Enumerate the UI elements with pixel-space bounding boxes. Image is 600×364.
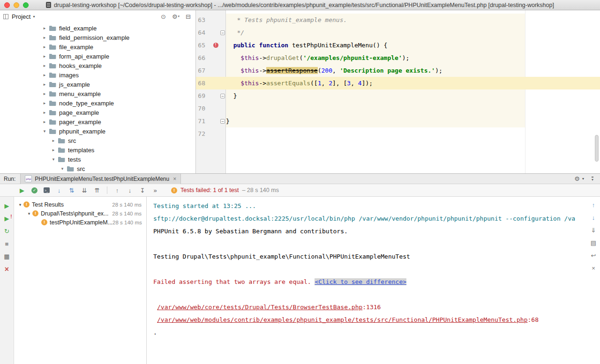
sort-by-duration-button[interactable]: ↓	[55, 187, 63, 193]
stop-button[interactable]: ■	[3, 240, 11, 248]
project-tree-item[interactable]: ▸field_permission_example	[0, 33, 195, 42]
chevron-down-icon[interactable]: ▾	[50, 157, 57, 162]
toggle-auto-test-button[interactable]: ↻	[3, 228, 11, 235]
fold-marker-icon[interactable]: −	[220, 119, 225, 124]
fold-marker-icon[interactable]: −	[220, 30, 225, 35]
editor-scrollbar[interactable]	[595, 135, 599, 162]
zoom-window-button[interactable]	[23, 2, 29, 8]
previous-failed-test-button[interactable]: ↑	[113, 187, 121, 193]
code-editor[interactable]: 63 * Tests phpunit_example menus.64− */6…	[196, 10, 600, 173]
chevron-down-icon[interactable]: ▾	[33, 15, 35, 19]
import-test-results-button[interactable]: ↧	[138, 187, 147, 193]
editor-line[interactable]: 63 * Tests phpunit_example menus.	[196, 14, 600, 26]
chevron-right-icon[interactable]: ▸	[41, 35, 48, 40]
sort-alphabetically-button[interactable]: ⇅	[68, 187, 76, 193]
project-tree-item[interactable]: ▸js_example	[0, 80, 195, 89]
chevron-down-icon[interactable]: ▾	[59, 166, 66, 171]
chevron-right-icon[interactable]: ▸	[41, 82, 48, 87]
editor-line[interactable]: 65! public function testPhpUnitExampleMe…	[196, 39, 600, 52]
close-tab-icon[interactable]: ×	[173, 176, 176, 182]
rerun-failed-tests-button[interactable]: ▶!	[3, 215, 11, 223]
fold-marker-icon[interactable]: −	[220, 94, 225, 98]
line-number: 72	[196, 127, 212, 140]
test-runner-toolbar: ▶ ✓ >_ ↓ ⇅ ⇊ ⇈ ↑ ↓ ↧ » ! Tests failed: 1…	[0, 184, 600, 197]
chevron-right-icon[interactable]: ▸	[41, 54, 48, 59]
test-tree-item[interactable]: ▾!Drupal\Tests\phpunit_ex...28 s 140 ms	[14, 209, 146, 218]
project-tree-item[interactable]: ▸form_api_example	[0, 52, 195, 61]
stacktrace-link[interactable]: /var/www/web/core/tests/Drupal/Tests/Bro…	[157, 304, 362, 311]
chevron-right-icon[interactable]: ▸	[41, 119, 48, 124]
previous-occurrence-button[interactable]: ↑	[590, 201, 597, 208]
project-tree-item[interactable]: ▸menu_example	[0, 89, 195, 98]
hide-toolwindow-button[interactable]: ▾	[592, 177, 593, 181]
failed-test-gutter-icon[interactable]: !	[213, 43, 218, 48]
scroll-to-end-button[interactable]: ⇓	[590, 227, 597, 234]
editor-line[interactable]: 64− */	[196, 26, 600, 39]
project-tree-item[interactable]: ▾src	[0, 164, 195, 173]
project-tree-item[interactable]: ▸images	[0, 70, 195, 80]
show-passed-button[interactable]: ✓	[31, 187, 38, 193]
project-view-selector[interactable]: Project	[12, 13, 30, 20]
line-number: 71	[196, 115, 212, 127]
chevron-right-icon[interactable]: ▸	[41, 73, 48, 77]
more-actions-button[interactable]: »	[151, 187, 159, 193]
project-tree-item[interactable]: ▸src	[0, 136, 195, 145]
editor-line[interactable]: 68 $this->assertEquals([1, 2], [3, 4]);	[196, 77, 600, 89]
toolwindow-settings-button[interactable]: ⚙▾	[574, 175, 584, 182]
project-tree-item[interactable]: ▾tests	[0, 155, 195, 164]
soft-wrap-button[interactable]: ↩	[590, 252, 597, 259]
print-console-button[interactable]: ▤	[590, 239, 597, 246]
editor-line[interactable]: 71−}	[196, 115, 600, 127]
close-window-button[interactable]	[4, 2, 10, 8]
chevron-down-icon[interactable]: ▾	[17, 202, 23, 207]
chevron-down-icon[interactable]: ▾	[26, 211, 32, 216]
restore-layout-button[interactable]: ▦	[3, 253, 11, 260]
stacktrace-link[interactable]: /var/www/web/modules/contrib/examples/ph…	[157, 316, 528, 323]
locate-file-button[interactable]: ⊙	[161, 13, 166, 20]
show-ignored-button[interactable]: >_	[44, 187, 50, 193]
project-tree-item[interactable]: ▸hooks_example	[0, 61, 195, 70]
rerun-tests-button[interactable]: ▶	[18, 187, 26, 193]
rerun-button[interactable]: ▶	[3, 202, 11, 210]
clear-console-button[interactable]: ×	[590, 265, 597, 272]
project-tree-item[interactable]: ▸field_example	[0, 23, 195, 33]
chevron-down-icon[interactable]: ▾	[41, 129, 48, 134]
project-tree-item[interactable]: ▸templates	[0, 145, 195, 155]
chevron-right-icon[interactable]: ▸	[50, 148, 57, 152]
editor-line[interactable]: 70	[196, 102, 600, 115]
see-difference-link[interactable]: <Click to see difference>	[315, 278, 406, 285]
project-settings-button[interactable]: ⚙▾	[172, 13, 180, 20]
chevron-right-icon[interactable]: ▸	[50, 138, 57, 143]
chevron-right-icon[interactable]: ▸	[41, 101, 48, 105]
hide-project-panel-button[interactable]: ⊟	[186, 13, 191, 20]
tree-item-label: pager_example	[59, 119, 101, 126]
test-tree-item[interactable]: !testPhpUnitExampleM...28 s 140 ms	[14, 218, 146, 227]
chevron-right-icon[interactable]: ▸	[41, 91, 48, 96]
collapse-all-button[interactable]: ⇈	[93, 187, 101, 193]
minimize-window-button[interactable]	[14, 2, 19, 8]
line-number: 69	[196, 89, 212, 102]
test-tree-item[interactable]: ▾!Test Results28 s 140 ms	[14, 200, 146, 209]
chevron-right-icon[interactable]: ▸	[41, 26, 48, 30]
editor-line[interactable]: 66 $this->drupalGet('/examples/phpunit-e…	[196, 52, 600, 64]
chevron-right-icon[interactable]: ▸	[41, 45, 48, 49]
next-failed-test-button[interactable]: ↓	[126, 187, 134, 193]
chevron-right-icon[interactable]: ▸	[41, 63, 48, 68]
project-tree-item[interactable]: ▾phpunit_example	[0, 126, 195, 136]
project-tree-item[interactable]: ▸node_type_example	[0, 98, 195, 108]
run-configuration-tab[interactable]: php PHPUnitExampleMenuTest.testPhpUnitEx…	[20, 174, 181, 184]
editor-line[interactable]: 72	[196, 127, 600, 140]
close-run-panel-button[interactable]: ×	[3, 266, 11, 273]
stacktrace-line-number: :68	[528, 316, 539, 323]
editor-line[interactable]: 69− }	[196, 89, 600, 102]
editor-line[interactable]: 67 $this->assertResponse(200, 'Descripti…	[196, 64, 600, 77]
project-tree-item[interactable]: ▸file_example	[0, 42, 195, 52]
code-token: '/examples/phpunit-example'	[303, 54, 402, 61]
expand-all-button[interactable]: ⇊	[80, 187, 89, 193]
project-tree-item[interactable]: ▸page_example	[0, 108, 195, 117]
test-console[interactable]: Testing started at 13:25 ... sftp://dock…	[147, 197, 587, 364]
next-occurrence-button[interactable]: ↓	[590, 214, 597, 221]
chevron-right-icon[interactable]: ▸	[41, 110, 48, 115]
project-tree-item[interactable]: ▸pager_example	[0, 117, 195, 126]
tree-item-label: images	[59, 72, 79, 79]
